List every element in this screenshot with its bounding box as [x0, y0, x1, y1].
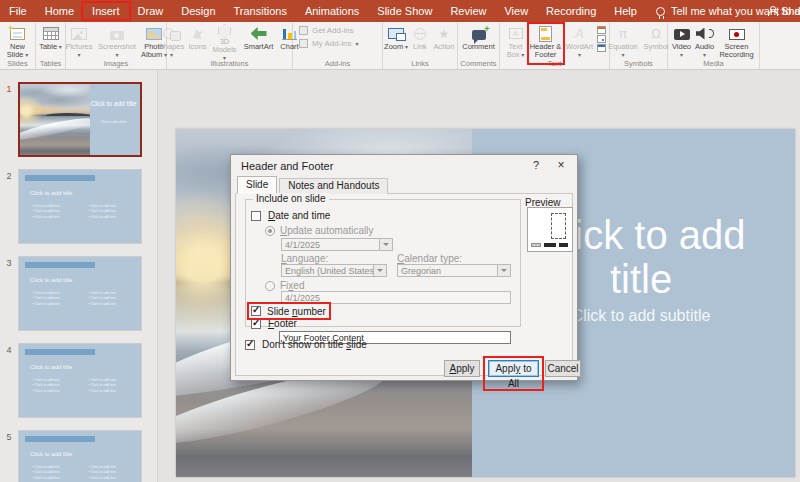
shapes-icon	[163, 24, 181, 43]
share-label: Share	[781, 5, 800, 17]
dont-show-on-title-slide-checkbox[interactable]	[245, 340, 255, 350]
dialog-help-button[interactable]: ?	[529, 159, 543, 171]
wordart-button: A WordArt	[564, 23, 596, 61]
tab-slide[interactable]: Slide	[237, 176, 277, 194]
ribbon-group-add-ins: Get Add-ins My Add-ins Add-ins	[293, 22, 383, 69]
menu-draw[interactable]: Draw	[129, 0, 173, 22]
share-button[interactable]: Share	[768, 0, 800, 22]
update-automatically-label: Update automatically	[280, 225, 373, 236]
preview-date-bar	[531, 243, 541, 247]
smartart-button[interactable]: SmartArt	[241, 23, 277, 61]
footer-checkbox[interactable]	[251, 319, 261, 329]
ribbon-group-illustrations: Shapes Icons 3D Models SmartArt Chart Il…	[167, 22, 293, 69]
slide-number-checkbox[interactable]	[251, 306, 261, 316]
comment-button[interactable]: Comment	[460, 23, 498, 61]
date-time-icon[interactable]	[597, 26, 606, 34]
menu-recording[interactable]: Recording	[537, 0, 605, 22]
slide-number-label: Slide number	[267, 306, 326, 317]
equation-pi-icon: π	[619, 24, 628, 43]
thumbnail-title-placeholder: Click to add title	[30, 277, 72, 283]
new-slide-button[interactable]: New Slide	[2, 23, 34, 61]
action-star-icon: ★	[439, 24, 450, 43]
slide-thumbnail-4[interactable]: Click to add title Click to add textClic…	[18, 343, 142, 418]
calendar-type-dropdown: Gregorian	[397, 264, 511, 277]
ribbon-group-links: Zoom Link ★ Action Links	[383, 22, 458, 69]
zoom-button[interactable]: Zoom	[383, 23, 409, 61]
menu-slide-show[interactable]: Slide Show	[368, 0, 441, 22]
dialog-title: Header and Footer	[241, 160, 333, 172]
thumbnail-number: 2	[4, 171, 14, 181]
header-footer-button[interactable]: Header & Footer	[529, 23, 563, 61]
slide-thumbnail-2[interactable]: Click to add title Click to add textClic…	[18, 169, 142, 244]
thumbnail-number: 1	[4, 84, 14, 94]
thumbnail-row-1: 1 Click to add title Click to add subtit…	[0, 82, 158, 160]
screen-recording-button[interactable]: Screen Recording	[717, 23, 757, 61]
thumbnail-row-5: 5 Click to add title Click to add textCl…	[0, 430, 158, 482]
preview-footer-bar	[544, 243, 556, 247]
language-label: Language:	[281, 253, 328, 264]
chevron-down-icon	[373, 265, 386, 276]
ribbon: New Slide Slides Table Tables Pictures S…	[0, 22, 800, 70]
dialog-close-button[interactable]: ×	[553, 158, 569, 172]
new-slide-icon	[10, 24, 25, 43]
slide-number-icon[interactable]	[597, 35, 606, 43]
thumbnail-number: 5	[4, 432, 14, 442]
get-add-ins-button: Get Add-ins	[299, 26, 354, 35]
apply-button[interactable]: Apply	[444, 360, 480, 377]
audio-button[interactable]: Audio	[694, 23, 716, 61]
menu-animations[interactable]: Animations	[296, 0, 368, 22]
ribbon-group-comments: Comment Comments	[458, 22, 500, 69]
cancel-button[interactable]: Cancel	[545, 360, 581, 377]
video-button[interactable]: Video	[671, 23, 693, 61]
apply-to-all-button[interactable]: Apply to All	[488, 360, 539, 377]
menu-view[interactable]: View	[495, 0, 537, 22]
3d-models-icon	[218, 24, 231, 38]
thumbnail-number: 3	[4, 258, 14, 268]
ribbon-group-images: Pictures Screenshot Photo Album Images	[66, 22, 167, 69]
pictures-button: Pictures	[63, 23, 95, 61]
equation-button: π Equation	[606, 23, 640, 61]
date-time-label: Date and time	[268, 210, 330, 221]
date-time-checkbox[interactable]	[251, 211, 261, 221]
ribbon-group-media: Video Audio Screen Recording Media	[668, 22, 760, 69]
screenshot-button: Screenshot	[96, 23, 138, 61]
lightbulb-icon	[656, 7, 665, 16]
link-globe-icon	[414, 24, 426, 43]
thumbnail-title-placeholder: Click to add title	[30, 364, 72, 370]
thumbnail-number: 4	[4, 345, 14, 355]
text-group-small-buttons	[597, 23, 606, 52]
date-format-dropdown: 4/1/2025	[281, 238, 393, 251]
slide-thumbnail-panel: 1 Click to add title Click to add subtit…	[0, 70, 158, 482]
menu-help[interactable]: Help	[605, 0, 646, 22]
menu-transitions[interactable]: Transitions	[225, 0, 296, 22]
slide-thumbnail-3[interactable]: Click to add title Click to add textClic…	[18, 256, 142, 331]
thumbnail-title-placeholder: Click to add title	[90, 100, 138, 108]
menu-home[interactable]: Home	[36, 0, 83, 22]
shapes-button: Shapes	[158, 23, 186, 61]
table-button[interactable]: Table	[37, 23, 65, 61]
fixed-date-input	[281, 291, 511, 304]
menu-insert[interactable]: Insert	[83, 0, 129, 22]
menu-review[interactable]: Review	[441, 0, 495, 22]
header-footer-icon	[539, 24, 552, 43]
tab-notes-and-handouts[interactable]: Notes and Handouts	[279, 178, 388, 194]
video-icon	[674, 24, 690, 43]
slide-number-row[interactable]: Slide number	[251, 305, 326, 317]
preview-box	[527, 207, 573, 252]
screen-recording-icon	[729, 24, 745, 43]
ribbon-group-tables: Table Tables	[36, 22, 66, 69]
symbol-omega-icon: Ω	[651, 24, 661, 43]
object-icon[interactable]	[597, 44, 606, 52]
menu-file[interactable]: File	[0, 0, 36, 22]
screenshot-icon	[110, 24, 124, 43]
zoom-icon	[388, 24, 404, 43]
powerpoint-window: { "chrome": { "menu_items": ["File","Hom…	[0, 0, 800, 482]
thumbnail-row-4: 4 Click to add title Click to add textCl…	[0, 343, 158, 421]
thumbnail-accent-bar	[25, 436, 95, 442]
preview-number-bar	[559, 243, 569, 247]
thumbnail-row-2: 2 Click to add title Click to add textCl…	[0, 169, 158, 247]
slide-thumbnail-1[interactable]: Click to add title Click to add subtitle	[18, 82, 142, 157]
slide-thumbnail-5[interactable]: Click to add title Click to add textClic…	[18, 430, 142, 482]
chevron-down-icon	[379, 239, 392, 250]
menu-design[interactable]: Design	[172, 0, 224, 22]
